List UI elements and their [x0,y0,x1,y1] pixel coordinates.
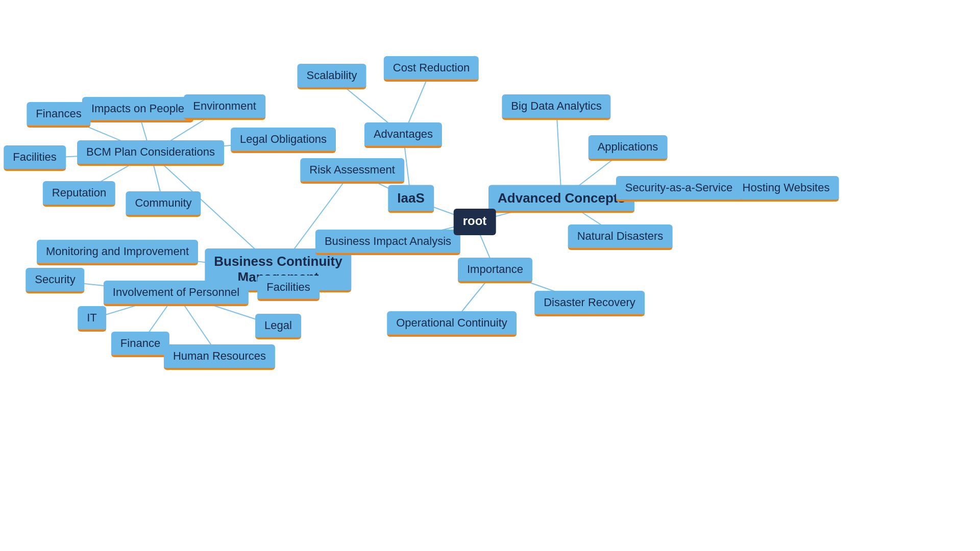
node-finance_inv[interactable]: Finance [111,332,169,357]
node-security_inv[interactable]: Security [26,268,84,293]
node-scalability[interactable]: Scalability [297,64,366,89]
node-op_cont[interactable]: Operational Continuity [387,311,517,337]
node-importance[interactable]: Importance [458,258,532,283]
node-cost_red[interactable]: Cost Reduction [384,56,479,82]
node-monitoring[interactable]: Monitoring and Improvement [37,240,198,265]
node-involvement[interactable]: Involvement of Personnel [104,281,249,306]
node-impacts[interactable]: Impacts on People [82,97,193,122]
node-nat_disasters[interactable]: Natural Disasters [568,224,673,250]
node-community[interactable]: Community [126,191,201,217]
mind-map: rootBusiness ContinuityManagementIaaSAdv… [0,0,980,551]
node-legal_inv[interactable]: Legal [255,314,301,339]
node-advanced[interactable]: Advanced Concepts [488,185,634,213]
node-bia[interactable]: Business Impact Analysis [315,230,460,255]
node-iaas[interactable]: IaaS [388,185,434,213]
node-disaster_rec[interactable]: Disaster Recovery [534,291,645,316]
node-big_data[interactable]: Big Data Analytics [502,94,610,120]
node-risk[interactable]: Risk Assessment [300,158,404,184]
node-legal_obl[interactable]: Legal Obligations [231,128,336,153]
node-reputation[interactable]: Reputation [43,181,115,207]
node-facilities_bcm[interactable]: Facilities [4,145,66,171]
node-facilities_inv[interactable]: Facilities [257,276,320,301]
node-root[interactable]: root [454,209,496,235]
node-advantages[interactable]: Advantages [364,122,442,148]
node-bcm_plan[interactable]: BCM Plan Considerations [77,140,224,166]
node-environment[interactable]: Environment [184,94,265,120]
node-security_svc[interactable]: Security-as-a-Service [616,176,742,202]
node-it[interactable]: IT [78,306,106,332]
node-hosting[interactable]: Hosting Websites [733,176,839,202]
node-finances_bcm[interactable]: Finances [27,102,90,128]
node-hr[interactable]: Human Resources [164,344,275,370]
node-applications[interactable]: Applications [589,135,668,161]
